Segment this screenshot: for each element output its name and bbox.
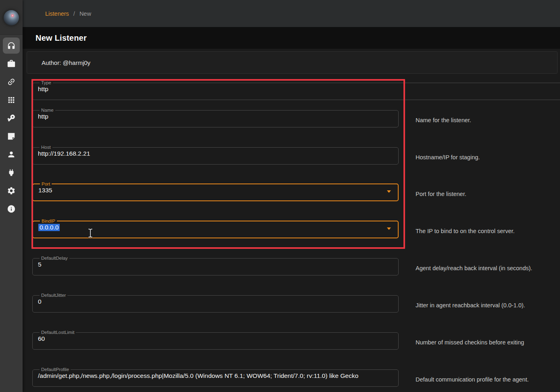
breadcrumb-link-listeners[interactable]: Listeners <box>45 10 69 17</box>
breadcrumb-current-new: New <box>79 10 91 17</box>
page-title: New Listener <box>36 27 87 49</box>
note-icon <box>7 132 16 141</box>
starkiller-logo-icon[interactable] <box>4 10 19 25</box>
field-description: Number of missed checkins before exiting <box>416 339 560 346</box>
page-header: New Listener <box>23 27 560 49</box>
user-icon <box>7 150 16 159</box>
new-listener-form: Author: @harmj0y TypehttpNamehttpName fo… <box>23 49 560 392</box>
sidebar-item-settings[interactable] <box>3 183 20 199</box>
field-type[interactable]: Typehttp <box>32 80 560 100</box>
sidebar-item-stagers[interactable] <box>3 56 20 72</box>
field-label: BindIP <box>40 219 57 223</box>
field-label: Name <box>40 108 55 113</box>
topbar: Listeners / New <box>23 0 560 27</box>
field-host[interactable]: Hosthttp://192.168.2.21 <box>32 145 399 165</box>
field-value[interactable]: http <box>38 113 393 120</box>
breadcrumb-separator: / <box>73 10 75 17</box>
link-icon <box>7 77 16 86</box>
field-description: Default communication profile for the ag… <box>416 376 560 383</box>
field-value[interactable]: 0 <box>38 298 393 305</box>
grid-icon <box>7 96 16 104</box>
field-value[interactable]: 1335 <box>38 187 393 194</box>
sidebar-item-plugins[interactable] <box>3 165 20 181</box>
field-value[interactable]: 60 <box>38 335 393 342</box>
author-line: Author: @harmj0y <box>42 52 90 73</box>
gear-icon <box>7 186 16 195</box>
sidebar-item-about[interactable] <box>3 201 20 217</box>
field-name[interactable]: Namehttp <box>32 108 399 127</box>
field-value[interactable]: /admin/get.php,/news.php,/login/process.… <box>38 372 393 379</box>
plug-icon <box>7 168 16 177</box>
field-defaultlostlimit[interactable]: DefaultLostLimit60 <box>32 330 399 350</box>
field-label: Port <box>40 181 52 186</box>
field-description: Name for the listener. <box>416 117 560 124</box>
briefcase-icon <box>7 59 16 68</box>
field-defaultjitter[interactable]: DefaultJitter0 <box>32 293 399 313</box>
field-value[interactable]: 0.0.0.0 <box>38 224 393 231</box>
field-label: DefaultProfile <box>40 367 71 372</box>
field-port[interactable]: Port1335 <box>32 181 399 201</box>
field-description: Hostname/IP for staging. <box>416 154 560 161</box>
field-value[interactable]: 5 <box>38 261 393 268</box>
sidebar-item-agents[interactable] <box>3 74 20 90</box>
headphones-icon <box>7 41 16 50</box>
field-label: DefaultJitter <box>40 293 67 298</box>
field-defaultdelay[interactable]: DefaultDelay5 <box>32 256 399 275</box>
sidebar-item-credentials[interactable] <box>3 110 20 126</box>
info-icon <box>7 204 16 213</box>
sidebar-item-reporting[interactable] <box>3 128 20 144</box>
selected-text: 0.0.0.0 <box>38 224 60 231</box>
field-label: Host <box>40 145 52 150</box>
sidebar-item-modules[interactable] <box>3 92 20 108</box>
sidebar-item-users[interactable] <box>3 146 20 163</box>
logo-block <box>0 0 23 35</box>
field-bindip[interactable]: BindIP0.0.0.0 <box>32 219 399 238</box>
field-value[interactable]: http://192.168.2.21 <box>38 150 393 157</box>
field-description: Port for the listener. <box>416 190 560 198</box>
field-defaultprofile[interactable]: DefaultProfile/admin/get.php,/news.php,/… <box>32 367 399 387</box>
field-label: DefaultLostLimit <box>40 330 76 335</box>
breadcrumb: Listeners / New <box>45 0 91 27</box>
field-value[interactable]: http <box>38 85 560 93</box>
key-icon <box>7 114 16 123</box>
sidebar-item-listeners[interactable] <box>3 38 20 54</box>
dropdown-arrow-icon[interactable] <box>387 227 391 230</box>
dropdown-arrow-icon[interactable] <box>387 190 391 193</box>
sidebar <box>0 0 23 392</box>
field-label: Type <box>40 80 53 85</box>
author-card: Author: @harmj0y <box>27 51 558 74</box>
field-description: The IP to bind to on the control server. <box>416 227 560 235</box>
field-description: Agent delay/reach back interval (in seco… <box>416 265 560 272</box>
starkiller-window: Listeners / New New Listener Author: @ha… <box>0 0 560 392</box>
field-description: Jitter in agent reachback interval (0.0-… <box>416 302 560 309</box>
field-label: DefaultDelay <box>40 256 69 261</box>
